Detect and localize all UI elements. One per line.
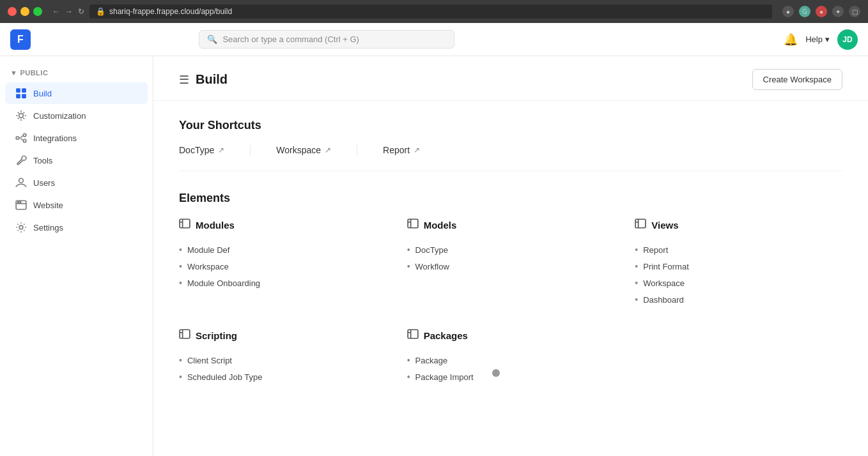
modules-items: Module Def Workspace Module Onboarding [179,241,387,291]
minimize-btn[interactable] [20,7,29,16]
list-item[interactable]: Report [635,241,842,258]
page-title: Build [196,72,228,87]
list-item[interactable]: Package [407,352,615,369]
models-card-title: Models [424,220,457,231]
search-icon: 🔍 [207,34,217,44]
sidebar-item-website[interactable]: Website [5,194,148,216]
app-logo[interactable]: F [10,29,31,50]
address-bar[interactable]: 🔒 shariq-frappe.frappe.cloud/app/build [89,4,772,19]
shortcut-doctype-arrow-icon: ↗ [218,146,224,155]
svg-point-7 [23,139,26,142]
extension-icon-1[interactable]: ● [782,6,794,17]
sidebar-item-label-tools: Tools [33,156,52,165]
list-item[interactable]: Workspace [635,275,842,291]
list-item[interactable]: Print Format [635,258,842,275]
page-header: ☰ Build Create Workspace [153,56,868,101]
svg-point-8 [19,178,24,183]
topbar: F 🔍 Search or type a command (Ctrl + G) … [0,23,868,56]
models-card-icon [407,218,419,232]
element-card-packages: Packages Package Package Import [407,328,615,385]
global-search[interactable]: 🔍 Search or type a command (Ctrl + G) [199,30,454,49]
shortcut-doctype[interactable]: DocType ↗ [179,145,251,155]
reload-icon[interactable]: ↻ [78,7,84,16]
list-item[interactable]: Dashboard [635,291,842,308]
svg-rect-3 [22,94,26,98]
maximize-btn[interactable] [33,7,42,16]
element-card-modules-header: Modules [179,218,387,232]
content-area: Your Shortcuts DocType ↗ Workspace ↗ Rep… [153,101,868,403]
chevron-down-icon: ▼ [10,69,17,77]
element-card-modules: Modules Module Def Workspace Module Onbo… [179,218,387,308]
svg-point-5 [16,137,19,140]
shortcut-workspace-label: Workspace [276,145,321,155]
notification-bell-icon[interactable]: 🔔 [784,33,798,47]
list-item[interactable]: Client Script [179,352,387,369]
user-avatar[interactable]: JD [837,29,858,50]
shortcut-report[interactable]: Report ↗ [383,145,446,155]
tools-icon [15,155,27,166]
url-text: shariq-frappe.frappe.cloud/app/build [109,7,232,16]
extension-icon-2[interactable]: G [799,6,810,17]
users-icon [15,177,27,188]
list-item[interactable]: Workspace [179,258,387,275]
svg-rect-13 [180,219,190,228]
svg-rect-16 [180,330,190,338]
list-item[interactable]: Module Def [179,241,387,258]
modules-card-title: Modules [196,220,235,231]
elements-grid: Modules Module Def Workspace Module Onbo… [179,218,842,385]
scripting-card-title: Scripting [196,330,237,341]
views-card-title: Views [651,220,678,231]
sidebar-item-users[interactable]: Users [5,172,148,194]
extension-icon-4[interactable]: ✦ [832,6,844,17]
element-card-models: Models DocType Workflow [407,218,615,308]
help-label: Help [805,34,823,44]
back-icon[interactable]: ← [52,7,60,16]
views-items: Report Print Format Workspace Dashboard [635,241,842,308]
forward-icon[interactable]: → [65,7,73,16]
sidebar-item-integrations[interactable]: Integrations [5,127,148,149]
help-button[interactable]: Help ▾ [805,34,830,44]
sidebar-item-customization[interactable]: Customization [5,105,148,126]
app-layout: ▼ PUBLIC Build Customization [0,56,868,456]
browser-controls [8,7,42,16]
list-item[interactable]: Scheduled Job Type [179,369,387,385]
models-items: DocType Workflow [407,241,615,275]
sidebar-item-settings[interactable]: Settings [5,217,148,238]
element-card-packages-header: Packages [407,328,615,343]
lock-icon: 🔒 [96,7,105,16]
hamburger-icon[interactable]: ☰ [179,73,189,87]
create-workspace-button[interactable]: Create Workspace [752,69,842,90]
svg-rect-1 [22,88,26,93]
list-item[interactable]: Module Onboarding [179,275,387,291]
svg-rect-15 [635,219,646,228]
sidebar-item-label-users: Users [33,178,55,188]
packages-card-title: Packages [424,330,468,341]
browser-bar: ← → ↻ 🔒 shariq-frappe.frappe.cloud/app/b… [0,0,868,23]
svg-rect-17 [408,330,418,338]
list-item[interactable]: DocType [407,241,615,258]
sidebar-item-label-settings: Settings [33,223,63,232]
settings-icon [15,222,27,233]
svg-rect-2 [16,94,20,98]
website-icon [15,199,27,211]
shortcut-report-arrow-icon: ↗ [414,146,420,155]
browser-icons: ● G ● ✦ ▢ [782,6,860,17]
sidebar-item-tools[interactable]: Tools [5,149,148,171]
close-btn[interactable] [8,7,17,16]
svg-point-4 [19,114,24,118]
svg-point-12 [19,225,23,229]
list-item[interactable]: Package Import [407,369,615,385]
extension-icon-5[interactable]: ▢ [849,6,860,17]
sidebar: ▼ PUBLIC Build Customization [0,56,153,456]
shortcuts-title: Your Shortcuts [179,119,842,132]
sidebar-item-label-build: Build [33,89,52,98]
extension-icon-3[interactable]: ● [816,6,827,17]
elements-title: Elements [179,192,842,205]
sidebar-item-build[interactable]: Build [5,82,148,104]
shortcut-workspace[interactable]: Workspace ↗ [276,145,357,155]
svg-rect-0 [16,88,20,93]
element-card-views-header: Views [635,218,842,232]
shortcut-report-label: Report [383,145,410,155]
list-item[interactable]: Workflow [407,258,615,275]
packages-items: Package Package Import [407,352,615,385]
